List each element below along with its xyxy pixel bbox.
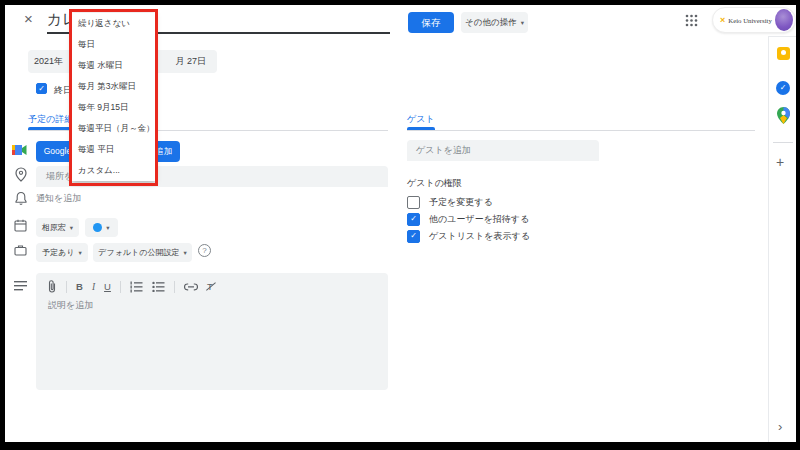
description-box[interactable]: B I U T 説明を追加 [36, 273, 388, 390]
permission-checkbox[interactable] [407, 230, 420, 243]
date-end-text: 月 27日 [175, 50, 206, 73]
keio-logo-icon: × [720, 15, 725, 25]
recurrence-menu-item[interactable]: 毎月 第3水曜日 [72, 76, 155, 97]
close-icon[interactable]: × [24, 10, 33, 27]
permission-label: 他のユーザーを招待する [429, 213, 529, 226]
guests-tab-divider [407, 130, 755, 131]
recurrence-menu-item[interactable]: 毎年 9月15日 [72, 97, 155, 118]
chevron-down-icon: ▾ [70, 224, 73, 232]
clear-formatting-icon[interactable]: T [207, 281, 213, 292]
color-swatch [93, 223, 102, 232]
collapse-panel-chevron[interactable]: › [778, 419, 782, 434]
all-day-checkbox[interactable] [36, 83, 47, 94]
permission-label: ゲストリストを表示する [429, 230, 530, 243]
location-pin-icon [15, 167, 27, 182]
date-start-text: 2021年 [34, 50, 63, 73]
account-badge[interactable]: × Keio University [712, 7, 796, 33]
add-notification-button[interactable]: 通知を追加 [36, 192, 81, 205]
chevron-down-icon: ▾ [183, 249, 186, 257]
save-button[interactable]: 保存 [408, 12, 454, 33]
recurrence-menu: 繰り返さない毎日毎週 水曜日毎月 第3水曜日毎年 9月15日毎週平日（月～金）毎… [72, 13, 155, 181]
google-maps-icon[interactable] [777, 107, 790, 124]
attachment-icon[interactable] [47, 280, 57, 293]
more-actions-label: その他の操作 [465, 17, 517, 29]
visibility-label: デフォルトの公開設定 [98, 247, 179, 258]
toolbar-separator [174, 281, 175, 293]
italic-button[interactable]: I [92, 282, 95, 292]
recurrence-menu-item[interactable]: 毎週平日（月～金） [72, 118, 155, 139]
all-day-label: 終日 [54, 84, 72, 97]
bold-button[interactable]: B [76, 281, 83, 292]
screen-frame-right [796, 0, 800, 450]
briefcase-icon [14, 244, 27, 256]
chevron-down-icon: ▾ [106, 224, 109, 232]
tab-guests[interactable]: ゲスト [407, 113, 435, 126]
calendar-icon [14, 219, 27, 232]
bulleted-list-icon[interactable] [152, 281, 165, 293]
description-lines-icon [14, 281, 28, 291]
avatar[interactable] [775, 9, 793, 31]
screen-frame-top [0, 0, 800, 5]
add-guests-input[interactable]: ゲストを追加 [407, 140, 599, 161]
numbered-list-icon[interactable] [130, 281, 143, 293]
toolbar-separator [120, 281, 121, 293]
account-name: Keio University [728, 17, 772, 24]
permission-row[interactable]: 予定を変更する [407, 196, 493, 209]
recurrence-menu-item[interactable]: 毎日 [72, 34, 155, 55]
permission-checkbox[interactable] [407, 196, 420, 209]
permission-label: 予定を変更する [429, 196, 493, 209]
recurrence-menu-item[interactable]: 繰り返さない [72, 13, 155, 34]
chevron-down-icon: ▾ [521, 19, 524, 27]
underline-button[interactable]: U [104, 281, 111, 292]
description-input[interactable]: 説明を追加 [48, 299, 93, 312]
tab-event-details[interactable]: 予定の詳細 [28, 113, 73, 126]
apps-grid-icon[interactable] [685, 14, 698, 27]
recurrence-menu-item[interactable]: カスタム... [72, 160, 155, 181]
calendar-owner-label: 相原宏 [42, 222, 66, 233]
busy-label: 予定あり [42, 247, 74, 258]
guest-permissions-title: ゲストの権限 [407, 177, 462, 190]
event-color-select[interactable]: ▾ [85, 218, 118, 237]
side-panel-divider [773, 142, 793, 143]
permission-checkbox[interactable] [407, 213, 420, 226]
busy-select[interactable]: 予定あり ▾ [36, 243, 88, 262]
screen-frame-left [0, 0, 5, 450]
side-panel-border-top [768, 36, 796, 37]
get-addons-button[interactable]: + [776, 154, 784, 170]
side-panel-border [768, 36, 769, 442]
calendar-select[interactable]: 相原宏 ▾ [36, 218, 79, 237]
google-meet-icon [12, 144, 28, 156]
format-toolbar: B I U T [47, 280, 213, 293]
bell-icon [15, 191, 27, 205]
toolbar-separator [66, 281, 67, 293]
help-icon[interactable]: ? [198, 244, 211, 257]
chevron-down-icon: ▾ [79, 249, 82, 257]
link-icon[interactable] [184, 283, 198, 291]
recurrence-menu-item[interactable]: 毎週 平日 [72, 139, 155, 160]
permission-row[interactable]: ゲストリストを表示する [407, 230, 530, 243]
google-tasks-icon[interactable] [776, 81, 790, 95]
more-actions-button[interactable]: その他の操作 ▾ [461, 12, 528, 33]
permission-row[interactable]: 他のユーザーを招待する [407, 213, 529, 226]
screen-frame-bottom [0, 442, 800, 450]
recurrence-menu-item[interactable]: 毎週 水曜日 [72, 55, 155, 76]
visibility-select[interactable]: デフォルトの公開設定 ▾ [93, 243, 192, 262]
google-keep-icon[interactable] [777, 47, 790, 60]
